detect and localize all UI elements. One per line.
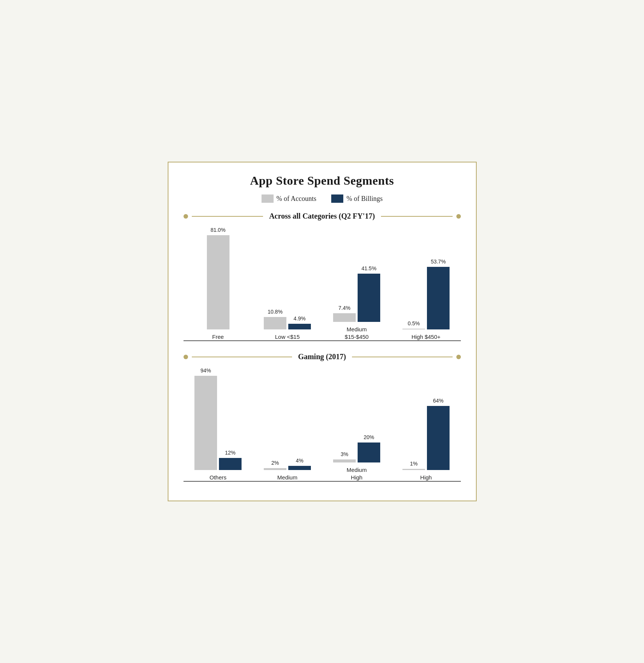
accounts-bar-wrap: 0.5% xyxy=(402,329,425,329)
legend-billings: % of Billings xyxy=(331,194,382,203)
accounts-swatch xyxy=(262,194,274,203)
accounts-bar xyxy=(207,235,229,329)
section2-line-right xyxy=(352,357,452,357)
bar-pair: 94%12% xyxy=(194,376,242,470)
bar-group: 2%4%Medium xyxy=(253,466,322,481)
bar-group: 81.0%Free xyxy=(184,235,253,341)
bar-pair: 81.0% xyxy=(207,235,229,329)
x-axis-label: Medium xyxy=(277,474,297,481)
x-axis-label: Others xyxy=(210,474,226,481)
x-axis-label: Low <$15 xyxy=(275,333,300,341)
accounts-label: % of Accounts xyxy=(277,195,317,203)
x-axis-label: Medium High xyxy=(347,466,367,481)
billings-value-label: 20% xyxy=(364,434,374,440)
bar-group: 3%20%Medium High xyxy=(322,443,392,481)
billings-value-label: 41.5% xyxy=(361,265,376,271)
bar-pair: 1%64% xyxy=(402,406,450,470)
section2-header: Gaming (2017) xyxy=(184,352,461,361)
accounts-value-label: 81.0% xyxy=(211,227,226,233)
section1-header: Across all Categories (Q2 FY'17) xyxy=(184,212,461,220)
billings-value-label: 4.9% xyxy=(294,315,306,322)
bars-row: 94%12%Others2%4%Medium3%20%Medium High1%… xyxy=(184,369,461,482)
section1-title: Across all Categories (Q2 FY'17) xyxy=(267,212,377,220)
accounts-bar-wrap: 10.8% xyxy=(264,317,286,329)
section2-dot-right xyxy=(456,355,461,359)
accounts-bar-wrap: 94% xyxy=(194,376,217,470)
section2-dot-left xyxy=(184,355,188,359)
x-axis-label: Medium $15-$450 xyxy=(345,326,369,340)
legend-accounts: % of Accounts xyxy=(262,194,317,203)
accounts-bar-wrap: 7.4% xyxy=(333,313,356,322)
section2-title: Gaming (2017) xyxy=(296,352,348,361)
billings-bar-wrap: 53.7% xyxy=(427,267,450,329)
accounts-value-label: 94% xyxy=(200,367,211,374)
bar-group: 1%64%High xyxy=(392,406,461,481)
bar-pair: 2%4% xyxy=(264,466,311,470)
accounts-bar xyxy=(402,329,425,329)
x-axis-label: High xyxy=(420,474,432,481)
bar-group: 94%12%Others xyxy=(184,376,253,481)
bar-pair: 0.5%53.7% xyxy=(402,267,450,329)
accounts-bar-wrap: 81.0% xyxy=(207,235,229,329)
accounts-bar-wrap: 1% xyxy=(402,469,425,470)
accounts-bar xyxy=(264,468,286,470)
billings-bar xyxy=(288,466,311,470)
accounts-value-label: 10.8% xyxy=(268,309,283,315)
accounts-value-label: 2% xyxy=(271,460,279,466)
bar-group: 7.4%41.5%Medium $15-$450 xyxy=(322,274,392,340)
billings-bar xyxy=(358,274,380,322)
billings-bar-wrap: 4.9% xyxy=(288,324,311,329)
billings-bar-wrap: 4% xyxy=(288,466,311,470)
legend: % of Accounts % of Billings xyxy=(184,194,461,203)
chart1: 81.0%Free10.8%4.9%Low <$157.4%41.5%Mediu… xyxy=(184,228,461,341)
section1-line-right xyxy=(381,216,453,217)
billings-bar xyxy=(427,267,450,329)
billings-bar xyxy=(358,443,380,462)
section1-dot-right xyxy=(456,214,461,219)
billings-value-label: 12% xyxy=(225,450,236,456)
bar-pair: 7.4%41.5% xyxy=(333,274,380,322)
bar-pair: 10.8%4.9% xyxy=(264,317,311,329)
accounts-value-label: 7.4% xyxy=(338,305,350,311)
billings-bar-wrap: 12% xyxy=(219,458,242,470)
billings-value-label: 64% xyxy=(433,398,444,404)
card: App Store Spend Segments % of Accounts %… xyxy=(168,162,477,501)
billings-bar-wrap: 20% xyxy=(358,443,380,462)
accounts-bar xyxy=(264,317,286,329)
section1-dot-left xyxy=(184,214,188,219)
accounts-value-label: 1% xyxy=(410,461,418,467)
bar-group: 0.5%53.7%High $450+ xyxy=(392,267,461,341)
x-axis-label: High $450+ xyxy=(411,333,441,341)
accounts-bar xyxy=(194,376,217,470)
billings-value-label: 4% xyxy=(296,458,303,464)
billings-swatch xyxy=(331,194,343,203)
accounts-bar xyxy=(333,313,356,322)
accounts-bar xyxy=(333,459,356,462)
billings-label: % of Billings xyxy=(346,195,382,203)
bar-pair: 3%20% xyxy=(333,443,380,462)
accounts-bar-wrap: 3% xyxy=(333,459,356,462)
billings-bar-wrap: 41.5% xyxy=(358,274,380,322)
accounts-value-label: 0.5% xyxy=(408,320,420,326)
accounts-bar-wrap: 2% xyxy=(264,468,286,470)
chart2: 94%12%Others2%4%Medium3%20%Medium High1%… xyxy=(184,369,461,482)
bars-row: 81.0%Free10.8%4.9%Low <$157.4%41.5%Mediu… xyxy=(184,228,461,341)
accounts-bar xyxy=(402,469,425,470)
bar-group: 10.8%4.9%Low <$15 xyxy=(253,317,322,341)
section2-line-left xyxy=(192,357,292,357)
accounts-value-label: 3% xyxy=(341,451,348,457)
billings-value-label: 53.7% xyxy=(431,259,446,265)
billings-bar-wrap: 64% xyxy=(427,406,450,470)
billings-bar xyxy=(219,458,242,470)
section1-line-left xyxy=(192,216,263,217)
billings-bar xyxy=(288,324,311,329)
main-title: App Store Spend Segments xyxy=(184,174,461,188)
x-axis-label: Free xyxy=(212,333,224,341)
billings-bar xyxy=(427,406,450,470)
